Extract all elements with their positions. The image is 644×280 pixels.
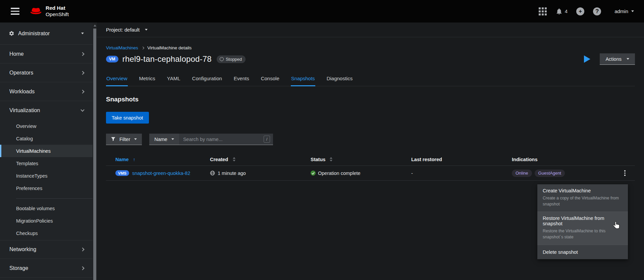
- snapshots-toolbar: Filter Name /: [106, 134, 635, 145]
- chevron-right-icon: [80, 266, 84, 270]
- sidebar-item-catalog[interactable]: Catalog: [0, 132, 93, 145]
- menu-item-label: Create VirtualMachine: [543, 188, 623, 193]
- subnav-divider: [16, 198, 93, 199]
- cogs-icon: [9, 31, 14, 36]
- sidebar-item-bootable-volumes[interactable]: Bootable volumes: [0, 202, 93, 215]
- column-header-status[interactable]: Status: [311, 157, 411, 162]
- project-label: Project: default: [106, 27, 140, 33]
- project-selector[interactable]: Project: default: [97, 22, 644, 37]
- bell-icon: [555, 8, 563, 15]
- chevron-down-icon: [627, 58, 629, 60]
- sidebar-item-checkups[interactable]: Checkups: [0, 227, 93, 239]
- menu-item-delete-snapshot[interactable]: Delete snapshot: [537, 245, 628, 259]
- filter-dropdown-button[interactable]: Filter: [106, 134, 142, 145]
- chevron-right-icon: [142, 47, 144, 49]
- column-label: Last restored: [411, 157, 442, 162]
- nav-label: Networking: [9, 246, 36, 252]
- notifications-button[interactable]: 4: [555, 8, 568, 15]
- search-type-dropdown[interactable]: Name: [149, 134, 179, 145]
- content-scrollbar[interactable]: [93, 22, 97, 280]
- perspective-switcher[interactable]: Administrator: [0, 22, 93, 45]
- main-content: Project: default VirtualMachines Virtual…: [97, 22, 644, 280]
- column-header-name[interactable]: Name ↑: [106, 157, 210, 162]
- username: admin: [614, 8, 628, 14]
- perspective-label: Administrator: [18, 31, 50, 37]
- sidebar-item-virtualmachines[interactable]: VirtualMachines: [0, 145, 93, 157]
- chevron-right-icon: [80, 247, 84, 251]
- chevron-right-icon: [80, 52, 84, 56]
- tab-console[interactable]: Console: [261, 76, 280, 86]
- start-vm-button[interactable]: [584, 55, 590, 63]
- column-label: Name: [115, 157, 129, 162]
- notification-count: 4: [565, 8, 568, 14]
- kebab-menu-button[interactable]: [622, 169, 628, 178]
- sidebar-item-preferences[interactable]: Preferences: [0, 182, 93, 194]
- last-restored-value: -: [411, 171, 512, 176]
- sidebar-item-instancetypes[interactable]: InstanceTypes: [0, 170, 93, 182]
- plus-circle-icon: +: [576, 7, 584, 15]
- snapshots-table: Name ↑ Created Status Last restored: [106, 153, 635, 181]
- sidebar-item-migrationpolicies[interactable]: MigrationPolicies: [0, 215, 93, 227]
- user-menu[interactable]: admin: [614, 8, 634, 14]
- globe-icon: [210, 171, 215, 176]
- menu-item-create-virtualmachine[interactable]: Create VirtualMachine Create a copy of t…: [537, 184, 628, 212]
- column-header-indications: Indications: [512, 157, 615, 162]
- snapshot-status: Operation complete: [318, 171, 361, 176]
- tab-bar: Overview Metrics YAML Configuration Even…: [106, 76, 635, 86]
- menu-item-description: Create a copy of the VirtualMachine from…: [543, 195, 619, 207]
- snapshot-name-link[interactable]: snapshot-green-quokka-82: [132, 171, 190, 176]
- vm-resource-badge: VM: [106, 56, 118, 62]
- tab-snapshots[interactable]: Snapshots: [291, 76, 315, 86]
- snapshots-heading: Snapshots: [106, 96, 635, 103]
- menu-item-label: Delete snapshot: [543, 249, 623, 255]
- chevron-right-icon: [80, 90, 84, 93]
- import-button[interactable]: +: [576, 7, 584, 15]
- take-snapshot-button[interactable]: Take snapshot: [106, 112, 149, 124]
- tab-diagnostics[interactable]: Diagnostics: [326, 76, 353, 86]
- tab-overview[interactable]: Overview: [106, 76, 128, 86]
- filter-icon: [111, 137, 115, 141]
- nav-toggle-button[interactable]: [10, 6, 20, 16]
- sidebar-item-workloads[interactable]: Workloads: [0, 82, 93, 101]
- filter-label: Filter: [119, 137, 130, 142]
- nav-label: Home: [9, 51, 24, 57]
- sidebar-item-virt-overview[interactable]: Overview: [0, 120, 93, 132]
- breadcrumb-link-virtualmachines[interactable]: VirtualMachines: [106, 45, 138, 50]
- sidebar-item-storage[interactable]: Storage: [0, 259, 93, 278]
- search-input[interactable]: [183, 137, 264, 142]
- question-circle-icon: ?: [593, 7, 601, 15]
- chevron-down-icon: [171, 138, 174, 140]
- sidebar-item-operators[interactable]: Operators: [0, 63, 93, 82]
- tab-yaml[interactable]: YAML: [167, 76, 181, 86]
- chevron-down-icon: [631, 10, 634, 12]
- help-button[interactable]: ?: [593, 7, 601, 15]
- sidebar-item-templates[interactable]: Templates: [0, 157, 93, 170]
- success-icon: [311, 171, 316, 176]
- sidebar-item-virtualization[interactable]: Virtualization: [0, 101, 93, 120]
- scrollbar-up-arrow[interactable]: [94, 25, 96, 27]
- column-header-last-restored[interactable]: Last restored: [411, 157, 512, 162]
- snapshot-actions-menu: Create VirtualMachine Create a copy of t…: [537, 184, 628, 259]
- vms-resource-badge: VMS: [115, 170, 129, 176]
- play-icon: [584, 55, 590, 63]
- actions-dropdown-button[interactable]: Actions: [600, 53, 635, 65]
- column-label: Indications: [512, 157, 538, 162]
- search-type-label: Name: [154, 137, 167, 142]
- column-header-created[interactable]: Created: [210, 157, 311, 162]
- brand-logo: Red Hat OpenShift: [30, 5, 69, 17]
- chevron-right-icon: [80, 71, 84, 75]
- app-launcher-button[interactable]: [539, 7, 547, 15]
- menu-item-restore-virtualmachine[interactable]: Restore VirtualMachine from snapshot Res…: [537, 212, 628, 244]
- chevron-down-icon: [134, 138, 137, 140]
- tab-events[interactable]: Events: [233, 76, 250, 86]
- sidebar-item-home[interactable]: Home: [0, 45, 93, 63]
- scrollbar-thumb[interactable]: [93, 29, 96, 280]
- indication-label-online: Online: [512, 170, 532, 177]
- tab-configuration[interactable]: Configuration: [192, 76, 222, 86]
- grid-icon: [539, 7, 547, 15]
- tab-metrics[interactable]: Metrics: [139, 76, 156, 86]
- nav-label: Operators: [9, 70, 33, 76]
- sidebar-item-networking[interactable]: Networking: [0, 240, 93, 259]
- indication-label-guestagent: GuestAgent: [535, 170, 565, 177]
- breadcrumb: VirtualMachines VirtualMachine details: [106, 45, 635, 50]
